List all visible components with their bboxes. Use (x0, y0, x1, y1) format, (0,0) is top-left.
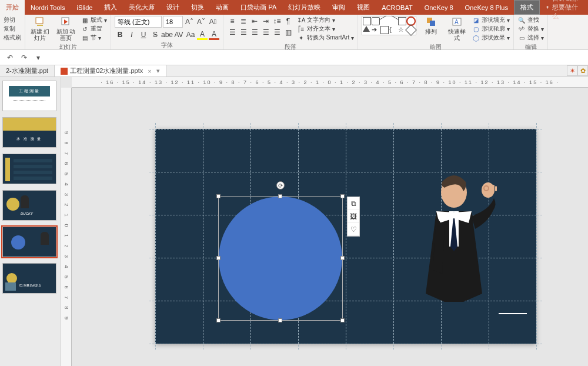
change-case-button[interactable]: Aa (185, 29, 196, 40)
shadow-button[interactable]: abe (162, 29, 172, 40)
distributed-button[interactable]: ☰ (272, 27, 282, 38)
shape-line2-icon[interactable] (388, 15, 399, 26)
align-left-button[interactable]: ☰ (227, 27, 238, 38)
select-button[interactable]: ▭选择 ▾ (517, 34, 544, 42)
resize-handle-nw[interactable] (216, 194, 220, 198)
tab-animation[interactable]: 动画 (210, 0, 235, 15)
layout-button[interactable]: ▦版式 ▾ (81, 16, 107, 24)
convert-smartart-button[interactable]: ✦转换为 SmartArt ▾ (297, 34, 354, 42)
find-button[interactable]: 🔍查找 (517, 16, 544, 24)
tab-insert[interactable]: 插入 (98, 0, 123, 15)
shape-square-icon[interactable] (398, 17, 406, 25)
tab-review[interactable]: 审阅 (326, 0, 351, 15)
new-anim-page-button[interactable]: 新加 动画页 (55, 16, 77, 41)
tab-start[interactable]: 开始 (0, 0, 25, 15)
doc-tab-dropdown-button[interactable]: ▾ (154, 67, 160, 75)
strike-button[interactable]: S (150, 29, 161, 40)
doc-tab-close-button[interactable]: × (145, 68, 151, 75)
bullets-button[interactable]: ≡ (227, 16, 238, 26)
tab-onekey8[interactable]: OneKey 8 (419, 0, 459, 15)
increase-font-icon[interactable]: A˄ (184, 16, 195, 27)
sort-button[interactable]: ¶ (283, 16, 293, 26)
text-direction-button[interactable]: ↧A文字方向 ▾ (297, 16, 354, 24)
arrange-button[interactable]: 排列 (420, 16, 442, 35)
thumbnail-1[interactable]: 工程测量 (2, 81, 56, 111)
resize-handle-s[interactable] (278, 318, 282, 322)
copy-button[interactable]: 复制 (4, 25, 21, 33)
format-painter-button[interactable]: 格式刷 (4, 34, 21, 42)
font-size-select[interactable] (163, 16, 183, 28)
tab-format[interactable]: 格式 (514, 0, 540, 15)
shape-diamond-icon[interactable] (405, 24, 417, 36)
resize-handle-w[interactable] (216, 256, 220, 260)
decrease-font-icon[interactable]: A˅ (196, 16, 206, 27)
justify-button[interactable]: ☰ (260, 27, 271, 38)
doc-tab-active[interactable]: 工程测量02水准测量.pptx × ▾ (55, 65, 166, 76)
font-color-button[interactable]: A (209, 29, 219, 40)
thumbnail-2[interactable]: 水 准 测 量 (2, 117, 56, 148)
tab-onekey8plus[interactable]: OneKey 8 Plus (459, 0, 514, 15)
resize-handle-n[interactable] (278, 194, 282, 198)
qat-more-button[interactable]: ▾ (33, 52, 44, 63)
tell-me[interactable]: 告诉我你想要做什么 (540, 0, 588, 15)
doc-tab-inactive[interactable]: 2-水准测量.ppt (0, 65, 55, 76)
tab-view[interactable]: 视图 (351, 0, 376, 15)
new-slide-button[interactable]: 新建 幻灯片 (29, 16, 51, 41)
line-spacing-button[interactable]: ↕≡ (272, 16, 282, 26)
shape-gallery[interactable]: ➔ { ☆ (362, 16, 416, 35)
tab-acrobat[interactable]: ACROBAT (376, 0, 418, 15)
undo-button[interactable]: ↶ (5, 52, 15, 63)
tab-pa[interactable]: 口袋动画 PA (235, 0, 282, 15)
thumbnail-pane[interactable]: 工程测量 水 准 测 量 DUCKY 01 测量学的定义 (0, 77, 61, 366)
slide-canvas-area[interactable]: · 16 · 15 · 14 · 13 · 12 · 11 · 10 · 9 ·… (61, 77, 588, 366)
rightrail-btn-2[interactable]: ✿ (577, 65, 588, 76)
thumbnail-6[interactable]: 01 测量学的定义 (2, 263, 56, 294)
align-right-button[interactable]: ☰ (249, 27, 260, 38)
tab-islide[interactable]: iSlide (71, 0, 99, 15)
font-name-select[interactable] (115, 16, 162, 28)
resize-handle-e[interactable] (340, 256, 345, 260)
shape-rect-icon[interactable] (363, 17, 371, 25)
businessman-image[interactable] (413, 170, 501, 302)
rotate-handle[interactable]: ⟳ (276, 181, 285, 189)
tab-nordri[interactable]: Nordri Tools (25, 0, 71, 15)
cut-button[interactable]: 剪切 (4, 16, 21, 24)
shape-effects-button[interactable]: ◯形状效果 ▾ (472, 34, 510, 42)
inc-indent-button[interactable]: ⇥ (260, 16, 271, 26)
mini-heart-button[interactable]: ♡ (348, 223, 359, 236)
redo-button[interactable]: ↷ (19, 52, 29, 63)
selected-shape-oval[interactable]: ⟳ (219, 197, 342, 320)
vertical-ruler[interactable]: 9 8 7 6 5 4 3 2 1 0 1 2 3 4 5 6 7 8 9 (61, 88, 72, 366)
tab-beautify[interactable]: 美化大师 (123, 0, 161, 15)
horizontal-ruler[interactable]: · 16 · 15 · 14 · 13 · 12 · 11 · 10 · 9 ·… (72, 77, 588, 88)
align-center-button[interactable]: ☰ (238, 27, 249, 38)
shape-tri-icon[interactable] (363, 26, 370, 32)
numbering-button[interactable]: ≣ (238, 16, 249, 26)
thumbnail-3[interactable] (2, 154, 56, 184)
shape-brace-icon[interactable]: { (389, 26, 397, 34)
shape-fill-button[interactable]: ◪形状填充 ▾ (472, 16, 510, 24)
italic-button[interactable]: I (126, 29, 137, 40)
shape-rrect-icon[interactable] (372, 17, 380, 25)
tab-slideshow[interactable]: 幻灯片放映 (282, 0, 326, 15)
bold-button[interactable]: B (115, 29, 125, 40)
quick-styles-button[interactable]: A 快速样式 (446, 16, 468, 41)
tab-design[interactable]: 设计 (161, 0, 185, 15)
underline-button[interactable]: U (138, 29, 149, 40)
replace-button[interactable]: ᵃ⁄ᵇ替换 ▾ (517, 25, 544, 33)
thumbnail-5[interactable] (2, 227, 56, 257)
shape-hex-icon[interactable] (380, 26, 389, 34)
section-button[interactable]: ▤节 ▾ (81, 34, 107, 42)
resize-handle-sw[interactable] (216, 318, 220, 322)
rightrail-btn-1[interactable]: ✶ (567, 65, 577, 76)
clear-format-icon[interactable]: A⃠ (208, 16, 218, 27)
resize-handle-ne[interactable] (340, 194, 345, 198)
shape-outline-button[interactable]: ▢形状轮廓 ▾ (472, 25, 510, 33)
thumbnail-4[interactable]: DUCKY (2, 190, 56, 221)
tab-transition[interactable]: 切换 (185, 0, 210, 15)
slide[interactable]: ⟳ ⧉ 🖼 ♡ (155, 129, 536, 344)
mini-layout-button[interactable]: ⧉ (348, 197, 359, 210)
font-highlight-button[interactable]: A (197, 29, 208, 40)
shape-arrow-icon[interactable]: ➔ (372, 26, 380, 34)
mini-picture-button[interactable]: 🖼 (348, 210, 359, 223)
